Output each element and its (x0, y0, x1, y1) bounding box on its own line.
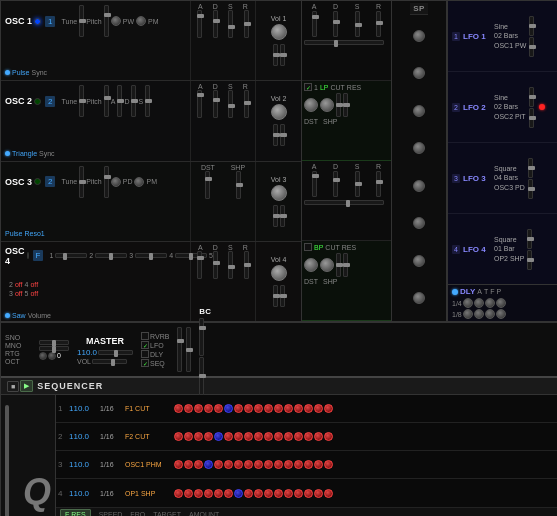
t2-s13[interactable] (294, 432, 303, 441)
master-sl-2[interactable] (186, 327, 191, 372)
t4-s5[interactable] (214, 489, 223, 498)
t3-s15[interactable] (314, 460, 323, 469)
seq-stop-btn[interactable]: ■ (7, 381, 19, 392)
seq-check[interactable] (141, 359, 149, 367)
sp-knob-5[interactable] (413, 180, 425, 192)
t4-s4[interactable] (204, 489, 213, 498)
filter1-env-sl[interactable] (336, 93, 341, 117)
lfo3-sl-2[interactable] (528, 179, 533, 199)
osc3-dst-slider[interactable] (205, 171, 210, 199)
t2-s15[interactable] (314, 432, 323, 441)
env2-d-sl[interactable] (333, 171, 338, 197)
filter1-env2-sl[interactable] (343, 93, 348, 117)
t4-s11[interactable] (274, 489, 283, 498)
osc3-shp-slider[interactable] (236, 171, 241, 199)
t4-s10[interactable] (264, 489, 273, 498)
t1-s13[interactable] (294, 404, 303, 413)
t3-s6[interactable] (224, 460, 233, 469)
filter2-res-knob[interactable] (320, 258, 334, 272)
osc2-s-slider[interactable] (145, 85, 150, 117)
sp-knob-6[interactable] (413, 217, 425, 229)
delay-t1-k1[interactable] (463, 298, 473, 308)
t1-s2[interactable] (184, 404, 193, 413)
t2-s14[interactable] (304, 432, 313, 441)
rvrb-check[interactable] (141, 332, 149, 340)
t2-s9[interactable] (254, 432, 263, 441)
t3-s3[interactable] (194, 460, 203, 469)
osc3-vol-slider-a[interactable] (273, 205, 278, 227)
delay-t1-k2[interactable] (474, 298, 484, 308)
delay-t2-k2[interactable] (474, 309, 484, 319)
t2-s6[interactable] (224, 432, 233, 441)
delay-t2-k4[interactable] (496, 309, 506, 319)
delay-t2-k1[interactable] (463, 309, 473, 319)
osc3-vol-knob[interactable] (271, 185, 287, 201)
osc4-s-slider[interactable] (228, 251, 233, 279)
osc2-s-env-slider[interactable] (228, 90, 233, 118)
t4-s7[interactable] (234, 489, 243, 498)
t3-s13[interactable] (294, 460, 303, 469)
osc1-s-slider[interactable] (228, 10, 233, 38)
lfo1-sl-2[interactable] (529, 37, 534, 57)
t2-s12[interactable] (284, 432, 293, 441)
filter2-cut-knob[interactable] (304, 258, 318, 272)
t3-s14[interactable] (304, 460, 313, 469)
t2-s3[interactable] (194, 432, 203, 441)
t2-s4[interactable] (204, 432, 213, 441)
osc2-d-env-slider[interactable] (213, 90, 218, 118)
t1-s4[interactable] (204, 404, 213, 413)
t4-s12[interactable] (284, 489, 293, 498)
osc1-pw-knob[interactable] (111, 16, 121, 26)
t1-s7[interactable] (234, 404, 243, 413)
t3-s10[interactable] (264, 460, 273, 469)
env2-a-sl[interactable] (312, 171, 317, 197)
osc1-tune-slider[interactable] (79, 5, 84, 37)
osc4-r-slider[interactable] (244, 251, 249, 279)
master-vol-slider[interactable] (92, 359, 127, 364)
osc1-r-slider[interactable] (244, 10, 249, 38)
t4-s9[interactable] (254, 489, 263, 498)
sp-knob-1[interactable] (413, 30, 425, 42)
rtg-knob[interactable] (39, 352, 47, 360)
t4-s13[interactable] (294, 489, 303, 498)
filter1-checkbox[interactable] (304, 83, 312, 91)
filter2-env-sl[interactable] (336, 253, 341, 277)
env1-h-sl[interactable] (304, 40, 384, 45)
osc1-vol-slider-a[interactable] (273, 44, 278, 66)
osc4-vol-knob[interactable] (271, 265, 287, 281)
osc3-pm-knob[interactable] (134, 177, 144, 187)
t1-s6[interactable] (224, 404, 233, 413)
t4-s3[interactable] (194, 489, 203, 498)
osc4-slider-1[interactable] (55, 253, 87, 258)
osc1-pitch-slider[interactable] (104, 5, 109, 37)
env1-d-sl[interactable] (333, 11, 338, 37)
dly-check[interactable] (141, 350, 149, 358)
t3-s8[interactable] (244, 460, 253, 469)
master-tempo-slider[interactable] (98, 350, 133, 355)
osc3-tune-slider[interactable] (79, 166, 84, 198)
osc2-d-slider[interactable] (131, 85, 136, 117)
osc1-pm-knob[interactable] (136, 16, 146, 26)
osc2-sync-dot[interactable] (5, 151, 10, 156)
t1-s11[interactable] (274, 404, 283, 413)
osc2-pitch-slider[interactable] (104, 85, 109, 117)
osc4-a-slider[interactable] (197, 251, 202, 279)
lfo1-sl-1[interactable] (529, 16, 534, 36)
t2-s10[interactable] (264, 432, 273, 441)
t2-s1[interactable] (174, 432, 183, 441)
osc2-vol-slider-b[interactable] (280, 124, 285, 146)
filter1-cut-knob[interactable] (304, 98, 318, 112)
oct-knob[interactable] (48, 352, 56, 360)
t3-s4[interactable] (204, 460, 213, 469)
t2-s7[interactable] (234, 432, 243, 441)
sp-knob-4[interactable] (413, 142, 425, 154)
t4-s15[interactable] (314, 489, 323, 498)
osc4-slider-2[interactable] (95, 253, 127, 258)
seq-fres-btn[interactable]: F RES (60, 509, 91, 516)
osc3-pitch-slider[interactable] (104, 166, 109, 198)
filter2-checkbox[interactable] (304, 243, 312, 251)
t3-s1[interactable] (174, 460, 183, 469)
osc4-slider-3[interactable] (135, 253, 167, 258)
osc2-a-slider[interactable] (117, 85, 122, 117)
t1-s16[interactable] (324, 404, 333, 413)
